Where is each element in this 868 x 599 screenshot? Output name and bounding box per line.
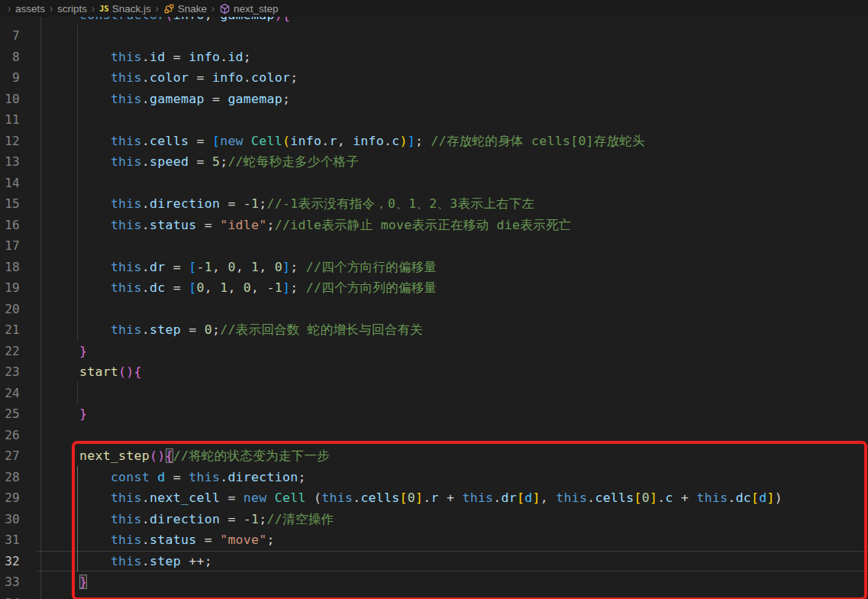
code-text: this.status = "idle";//idle表示静止 move表示正在… <box>48 215 572 236</box>
code-line-21[interactable]: 21 this.step = 0;//表示回合数 蛇的增长与回合有关 <box>0 319 868 341</box>
line-number[interactable]: 24 <box>0 383 20 404</box>
code-text: next_step(){//将蛇的状态变为走下一步 <box>48 445 330 467</box>
code-text: this.direction = -1;//清空操作 <box>48 509 334 530</box>
code-line-25[interactable]: 25 } <box>0 403 868 425</box>
code-line-18[interactable]: 18 this.dr = [-1, 0, 1, 0]; //四个方向行的偏移量 <box>0 257 868 278</box>
line-number[interactable]: 34 <box>0 593 20 599</box>
code-line-27[interactable]: 27 next_step(){//将蛇的状态变为走下一步 <box>0 445 868 467</box>
code-line-30[interactable]: 30 this.direction = -1;//清空操作 <box>0 509 868 530</box>
line-number[interactable]: 16 <box>0 215 20 236</box>
class-icon <box>163 3 175 15</box>
code-line-23[interactable]: 23 start(){ <box>0 361 868 383</box>
line-number[interactable]: 29 <box>0 487 20 509</box>
code-line-26[interactable]: 26 <box>0 425 868 446</box>
line-number[interactable]: 8 <box>0 47 20 68</box>
code-line-34[interactable]: 34 <box>0 593 868 599</box>
js-file-icon: JS <box>99 4 109 13</box>
code-text: const d = this.direction; <box>48 467 306 488</box>
code-line-11[interactable]: 11 <box>0 109 868 131</box>
line-number[interactable]: 20 <box>0 299 20 320</box>
code-line-17[interactable]: 17 <box>0 235 868 257</box>
line-number[interactable]: 18 <box>0 257 20 278</box>
code-text: this.gamemap = gamemap; <box>48 89 290 110</box>
line-number[interactable]: 23 <box>0 361 20 383</box>
code-text: this.next_cell = new Cell (this.cells[0]… <box>48 487 782 509</box>
line-number[interactable]: 28 <box>0 467 20 488</box>
line-number[interactable]: 31 <box>0 529 20 551</box>
line-number[interactable]: 10 <box>0 89 20 110</box>
breadcrumb-separator-icon: › <box>211 2 215 15</box>
code-text: } <box>48 341 87 362</box>
breadcrumb: ›assets›scripts›JSSnack.js›Snake›next_st… <box>0 0 868 17</box>
line-number[interactable]: 33 <box>0 571 20 593</box>
code-line-16[interactable]: 16 this.status = "idle";//idle表示静止 move表… <box>0 215 868 236</box>
line-number[interactable]: 12 <box>0 131 20 152</box>
code-line-20[interactable]: 20 <box>0 299 868 320</box>
breadcrumb-item-next-step[interactable]: next_step <box>218 3 279 15</box>
line-number[interactable]: 27 <box>0 445 20 467</box>
code-text: this.step = 0;//表示回合数 蛇的增长与回合有关 <box>48 319 423 341</box>
breadcrumb-separator-icon: › <box>92 2 95 15</box>
code-line-33[interactable]: 33 } <box>0 571 868 593</box>
code-text: this.dr = [-1, 0, 1, 0]; //四个方向行的偏移量 <box>48 257 437 278</box>
code-text: start(){ <box>48 361 142 383</box>
vscode-editor-window: constructor(info, gamemap){78 this.id = … <box>0 0 868 599</box>
code-line-9[interactable]: 9 this.color = info.color; <box>0 67 868 89</box>
code-line-14[interactable]: 14 <box>0 173 868 194</box>
code-text: } <box>48 403 87 425</box>
line-number[interactable]: 26 <box>0 425 20 446</box>
line-number[interactable]: 25 <box>0 403 20 425</box>
code-line-10[interactable]: 10 this.gamemap = gamemap; <box>0 89 868 110</box>
breadcrumb-label: next_step <box>234 3 279 15</box>
line-number[interactable]: 22 <box>0 341 20 362</box>
line-number[interactable]: 13 <box>0 151 20 173</box>
breadcrumb-item-snack-js[interactable]: JSSnack.js <box>98 3 152 15</box>
code-text: this.cells = [new Cell(info.r, info.c)];… <box>48 131 645 152</box>
code-line-28[interactable]: 28 const d = this.direction; <box>0 467 868 488</box>
line-number[interactable]: 7 <box>0 25 20 47</box>
code-text: this.speed = 5;//蛇每秒走多少个格子 <box>48 151 359 173</box>
breadcrumb-label: scripts <box>57 3 87 15</box>
line-number[interactable]: 11 <box>0 109 20 131</box>
code-line-31[interactable]: 31 this.status = "move"; <box>0 529 868 551</box>
code-text: this.id = info.id; <box>48 47 251 68</box>
code-line-29[interactable]: 29 this.next_cell = new Cell (this.cells… <box>0 487 868 509</box>
line-number[interactable]: 21 <box>0 319 20 341</box>
breadcrumb-label: assets <box>15 3 45 15</box>
breadcrumb-separator-icon: › <box>50 2 53 15</box>
breadcrumb-item-assets[interactable]: assets <box>15 3 46 15</box>
line-number[interactable]: 15 <box>0 193 20 215</box>
code-line-8[interactable]: 8 this.id = info.id; <box>0 47 868 68</box>
line-number[interactable]: 14 <box>0 173 20 194</box>
code-line-15[interactable]: 15 this.direction = -1;//-1表示没有指令，0、1、2、… <box>0 193 868 215</box>
line-number[interactable]: 30 <box>0 509 20 530</box>
line-number[interactable]: 32 <box>0 551 20 572</box>
line-number[interactable]: 9 <box>0 67 20 89</box>
code-line-22[interactable]: 22 } <box>0 341 868 362</box>
breadcrumb-item-scripts[interactable]: scripts <box>56 3 88 15</box>
code-line-32[interactable]: 32 this.step ++; <box>0 551 868 572</box>
code-line-13[interactable]: 13 this.speed = 5;//蛇每秒走多少个格子 <box>0 151 868 173</box>
method-icon <box>219 3 231 15</box>
code-text: this.status = "move"; <box>48 529 275 551</box>
line-number[interactable]: 19 <box>0 277 20 299</box>
code-text: this.color = info.color; <box>48 67 298 89</box>
code-text: this.dc = [0, 1, 0, -1]; //四个方向列的偏移量 <box>48 277 437 299</box>
line-number[interactable]: 17 <box>0 235 20 257</box>
code-line-24[interactable]: 24 <box>0 383 868 404</box>
breadcrumb-label: Snack.js <box>112 3 151 15</box>
breadcrumb-root-chevron-icon: › <box>8 2 11 15</box>
breadcrumb-item-snake[interactable]: Snake <box>163 3 208 15</box>
code-line-7[interactable]: 7 <box>0 25 868 47</box>
breadcrumb-label: Snake <box>178 3 207 15</box>
code-text: this.direction = -1;//-1表示没有指令，0、1、2、3表示… <box>48 193 534 215</box>
code-text: this.step ++; <box>48 551 212 572</box>
code-line-12[interactable]: 12 this.cells = [new Cell(info.r, info.c… <box>0 131 868 152</box>
code-text: } <box>48 571 87 593</box>
breadcrumb-separator-icon: › <box>156 2 159 15</box>
code-line-19[interactable]: 19 this.dc = [0, 1, 0, -1]; //四个方向列的偏移量 <box>0 277 868 299</box>
code-area[interactable]: constructor(info, gamemap){78 this.id = … <box>0 5 868 599</box>
